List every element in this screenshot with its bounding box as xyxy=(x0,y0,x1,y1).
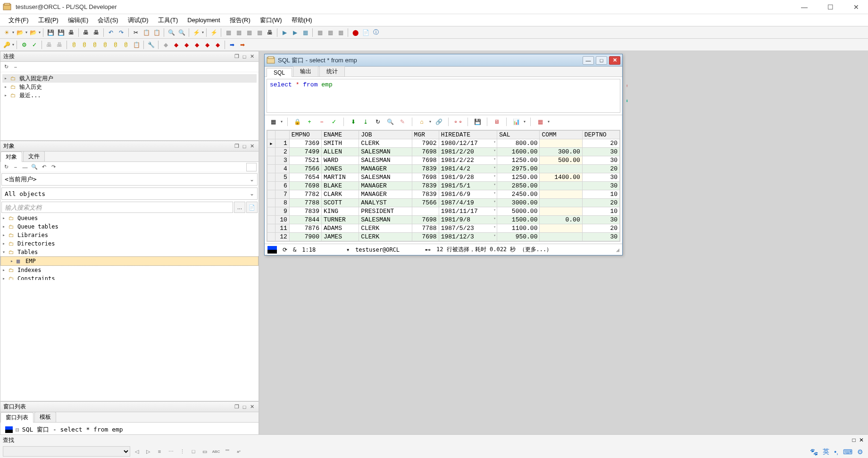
window-list-item[interactable]: ⊟ SQL 窗口 - select * from emp xyxy=(2,424,257,435)
sql-window-titlebar[interactable]: SQL 窗口 - select * from emp — □ ✕ xyxy=(265,54,622,67)
table-row[interactable]: 127900JAMESCLERK76981981/12/3950.0030 xyxy=(267,233,620,241)
col-header[interactable]: HIREDATE xyxy=(439,131,497,139)
db6-icon[interactable]: 🛢 xyxy=(121,40,131,50)
col-header[interactable]: MGR xyxy=(412,131,439,139)
status-pin-icon[interactable]: ⊷ xyxy=(425,246,431,253)
save-all-icon[interactable]: 💾 xyxy=(56,28,66,37)
db4-icon[interactable]: 🛢 xyxy=(100,40,110,50)
dbg3-icon[interactable]: ◆ xyxy=(182,40,191,50)
menu-item[interactable]: 编辑(E) xyxy=(63,16,93,25)
panel-close-icon[interactable]: ✕ xyxy=(248,143,256,149)
tool7-icon[interactable]: ▶ xyxy=(290,28,300,37)
find-opt5-icon[interactable]: ▭ xyxy=(200,447,209,456)
panel-max-icon[interactable]: □ xyxy=(241,144,248,149)
save-result-icon[interactable]: 💾 xyxy=(473,117,482,127)
expand-icon[interactable]: ▸ xyxy=(4,83,9,91)
dbg5-icon[interactable]: ◆ xyxy=(202,40,212,50)
menu-item[interactable]: 工具(T) xyxy=(153,16,183,25)
info-icon[interactable]: ⓘ xyxy=(371,28,381,37)
maximize-button[interactable]: ☐ xyxy=(821,3,840,11)
redo-icon[interactable]: ↷ xyxy=(117,28,126,37)
find-combo[interactable] xyxy=(3,446,130,457)
expand-icon[interactable]: ▸ xyxy=(2,274,7,280)
sql-tab[interactable]: 统计 xyxy=(319,66,345,76)
tool3-icon[interactable]: ▦ xyxy=(244,28,254,37)
nav-fwd-icon[interactable]: ↷ xyxy=(50,163,57,171)
dbg6-icon[interactable]: ◆ xyxy=(213,40,222,50)
paste-icon[interactable]: 📋 xyxy=(152,28,161,37)
key-icon[interactable]: 🔑 xyxy=(2,40,11,50)
tool9-icon[interactable]: ▦ xyxy=(315,28,325,37)
panel-close-icon[interactable]: ✕ xyxy=(248,53,256,59)
all-objects-dropdown[interactable]: All objects ⌄ xyxy=(1,187,258,200)
tab[interactable]: 文件 xyxy=(23,151,45,161)
col-header[interactable]: DEPTNO xyxy=(582,131,619,139)
menu-item[interactable]: 文件(F) xyxy=(4,16,33,25)
sql-maximize-button[interactable]: □ xyxy=(596,56,607,65)
menu-item[interactable]: 帮助(H) xyxy=(287,16,317,25)
refresh-icon[interactable]: ↻ xyxy=(2,63,10,71)
tree-item[interactable]: ▾🗀Tables xyxy=(0,248,259,256)
table-row[interactable]: 107844TURNERSALESMAN76981981/9/81500.000… xyxy=(267,216,620,224)
col-header[interactable]: ENAME xyxy=(321,131,359,139)
panel-restore-icon[interactable]: ❐ xyxy=(233,404,241,410)
table-row[interactable]: 67698BLAKEMANAGER78391981/5/12850.0030 xyxy=(267,182,620,190)
table-row[interactable]: 87788SCOTTANALYST75661987/4/193000.0020 xyxy=(267,199,620,207)
find-icon[interactable]: 🔍 xyxy=(167,28,176,37)
table-row[interactable]: 47566JONESMANAGER78391981/4/22975.0020 xyxy=(267,165,620,173)
tree-item[interactable]: ▸▦EMP xyxy=(0,256,259,266)
tree-item[interactable]: ▸🗀Queues xyxy=(0,214,259,222)
db7-icon[interactable]: 📋 xyxy=(132,40,141,50)
binoculars-icon[interactable]: 🔍 xyxy=(31,163,38,171)
table-row[interactable]: 77782CLARKMANAGER78391981/6/92450.0010 xyxy=(267,190,620,199)
arrow-right2-icon[interactable]: ➡ xyxy=(238,40,247,50)
del-row-icon[interactable]: − xyxy=(317,117,326,127)
print2-icon[interactable]: 🖶 xyxy=(81,28,91,37)
current-user-dropdown[interactable]: <当前用户> ⌄ xyxy=(1,173,258,186)
export-result-icon[interactable]: 🖥 xyxy=(492,117,501,127)
refresh-icon[interactable]: ↻ xyxy=(373,117,383,127)
nav-down-icon[interactable]: ⬇ xyxy=(626,98,628,104)
execute-icon[interactable]: ⚡ xyxy=(192,28,201,37)
resize-grip-icon[interactable]: ◢ xyxy=(616,246,619,253)
find-opt3-icon[interactable]: ⋮ xyxy=(177,447,187,456)
ime-gear-icon[interactable]: ⚙ xyxy=(857,448,863,456)
table-row[interactable]: 37521WARDSALESMAN76981981/2/221250.00500… xyxy=(267,156,620,165)
nav-up-icon[interactable]: ⬆ xyxy=(626,83,628,89)
collapse-icon[interactable]: — xyxy=(21,163,29,171)
dbg4-icon[interactable]: ◆ xyxy=(192,40,201,50)
tab[interactable]: 模板 xyxy=(34,412,56,422)
table-row[interactable]: 27499ALLENSALESMAN76981981/2/201600.0030… xyxy=(267,148,620,156)
check-icon[interactable]: ✓ xyxy=(30,40,39,50)
status-dd-icon[interactable]: ▾ xyxy=(321,246,350,253)
minimize-button[interactable]: — xyxy=(795,3,814,11)
menu-item[interactable]: 调试(D) xyxy=(123,16,153,25)
table-row[interactable]: ▸17369SMITHCLERK79021980/12/17800.0020 xyxy=(267,139,620,148)
search-doc-icon[interactable]: 📄 xyxy=(246,202,258,213)
find-opt2-icon[interactable]: ⋯ xyxy=(166,447,175,456)
minus-icon[interactable]: − xyxy=(12,63,19,71)
table-row[interactable]: 117876ADAMSCLERK77881987/5/231100.0020 xyxy=(267,224,620,233)
find-next-icon[interactable]: ▷ xyxy=(143,447,153,456)
menu-item[interactable]: 会话(S) xyxy=(93,16,123,25)
tab[interactable]: 对象 xyxy=(0,152,22,162)
sql-tab[interactable]: 输出 xyxy=(293,66,318,76)
col-header[interactable]: EMPNO xyxy=(289,131,321,139)
menu-item[interactable]: 报告(R) xyxy=(225,16,255,25)
tool10-icon[interactable]: ▦ xyxy=(326,28,335,37)
print-icon[interactable]: 🖶 xyxy=(67,28,76,37)
fetch-all-icon[interactable]: ⤓ xyxy=(361,117,370,127)
lock-icon[interactable]: 🔒 xyxy=(292,117,302,127)
table-row[interactable]: 57654MARTINSALESMAN76981981/9/281250.001… xyxy=(267,173,620,182)
expand-icon[interactable]: ▸ xyxy=(4,74,9,83)
expand-icon[interactable]: ▸ xyxy=(2,239,7,248)
menu-item[interactable]: 窗口(W) xyxy=(255,16,287,25)
undo-icon[interactable]: ↶ xyxy=(106,28,116,37)
expand-icon[interactable]: ▸ xyxy=(2,231,7,239)
panel-close-icon[interactable]: ✕ xyxy=(858,437,865,443)
find-opt4-icon[interactable]: □ xyxy=(189,447,198,456)
db3-icon[interactable]: 🛢 xyxy=(90,40,100,50)
find-opt1-icon[interactable]: ≡ xyxy=(155,447,164,456)
grid-icon[interactable]: ▦ xyxy=(268,117,278,127)
tool11-icon[interactable]: ▦ xyxy=(336,28,345,37)
